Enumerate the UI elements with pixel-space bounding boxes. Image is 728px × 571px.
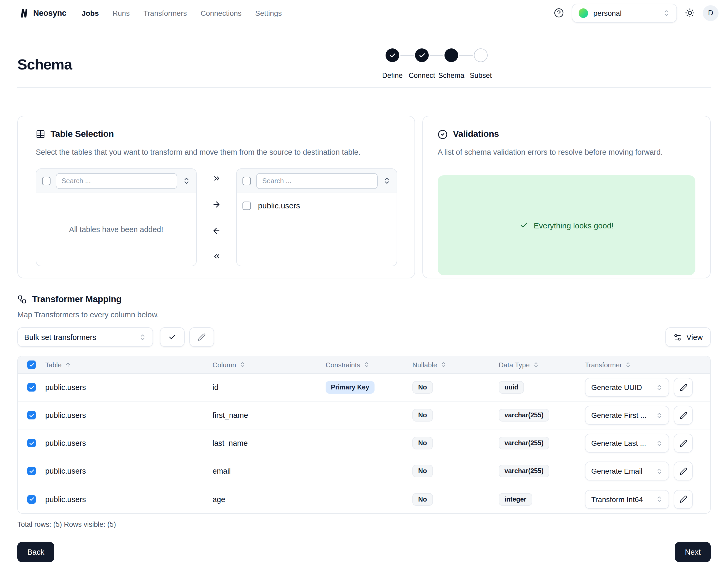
pencil-icon	[679, 439, 687, 447]
cell-transformer: Generate UUID	[585, 378, 710, 397]
account-label: personal	[593, 9, 658, 17]
cell-transformer: Generate Last ...	[585, 434, 710, 453]
column-header-transformer[interactable]: Transformer	[585, 361, 710, 369]
user-avatar[interactable]: D	[703, 5, 719, 21]
chevron-up-down-icon	[656, 412, 663, 419]
move-all-right-button[interactable]	[208, 171, 224, 187]
nav-item-transformers[interactable]: Transformers	[143, 9, 187, 17]
table-row: public.userslast_nameNovarchar(255)Gener…	[18, 430, 710, 457]
mapping-controls: Bulk set transformers	[17, 327, 711, 347]
table-icon	[36, 129, 45, 139]
bulk-set-transformers-select[interactable]: Bulk set transformers	[17, 327, 153, 347]
theme-toggle-button[interactable]	[685, 8, 695, 18]
page-title: Schema	[17, 56, 72, 73]
edit-transformer-button[interactable]	[674, 462, 693, 480]
pencil-icon	[198, 333, 206, 341]
destination-select-all-checkbox[interactable]	[243, 177, 251, 185]
destination-table-item[interactable]: public.users	[237, 197, 397, 215]
check-icon	[168, 333, 176, 341]
transformer-mapping-section: Transformer Mapping Map Transformers to …	[17, 294, 711, 528]
transformer-select[interactable]: Generate First ...	[585, 406, 669, 425]
view-button-label: View	[687, 333, 703, 341]
cell-nullable: No	[412, 437, 499, 449]
cell-column: last_name	[212, 439, 326, 447]
column-header-constraints[interactable]: Constraints	[326, 361, 412, 369]
step-circle-schema[interactable]	[444, 48, 458, 62]
sort-icon	[625, 361, 631, 368]
transformer-select[interactable]: Generate Last ...	[585, 434, 669, 453]
step-circle-subset[interactable]	[474, 48, 487, 62]
transformer-select[interactable]: Generate Email	[585, 462, 669, 480]
row-checkbox[interactable]	[27, 383, 36, 391]
top-navbar: Neosync JobsRunsTransformersConnectionsS…	[0, 0, 728, 26]
nav-item-connections[interactable]: Connections	[201, 9, 242, 17]
table-row: public.usersageNointegerTransform Int64	[18, 485, 710, 513]
bulk-edit-button[interactable]	[189, 327, 214, 347]
nav-item-runs[interactable]: Runs	[113, 9, 130, 17]
cell-column: id	[212, 383, 326, 391]
cell-data-type: varchar(255)	[499, 465, 585, 477]
chevrons-right-icon	[212, 175, 221, 183]
transformer-select[interactable]: Transform Int64	[585, 490, 669, 508]
bulk-apply-button[interactable]	[160, 327, 185, 347]
account-select[interactable]: personal	[572, 3, 677, 22]
nullable-badge: No	[412, 465, 433, 477]
step-circle-define[interactable]	[386, 48, 399, 62]
cell-table: public.users	[45, 383, 212, 391]
pencil-icon	[679, 495, 687, 503]
nav-item-settings[interactable]: Settings	[255, 9, 282, 17]
workflow-icon	[17, 295, 27, 304]
help-button[interactable]	[554, 8, 564, 18]
back-button[interactable]: Back	[17, 542, 54, 562]
data-type-badge: varchar(255)	[499, 437, 549, 449]
edit-transformer-button[interactable]	[674, 490, 693, 508]
edit-transformer-button[interactable]	[674, 378, 693, 397]
check-icon	[520, 221, 528, 230]
column-header-data-type[interactable]: Data Type	[499, 361, 585, 369]
cell-data-type: uuid	[499, 381, 585, 393]
edit-transformer-button[interactable]	[674, 434, 693, 453]
destination-search-input[interactable]	[257, 173, 378, 189]
step-label-subset: Subset	[470, 72, 492, 80]
chevron-up-down-icon	[383, 177, 391, 185]
pencil-icon	[679, 411, 687, 419]
transformer-select[interactable]: Generate UUID	[585, 378, 669, 397]
sort-icon	[239, 361, 246, 368]
move-right-button[interactable]	[208, 197, 224, 213]
sort-icon	[533, 361, 539, 368]
source-sort-button[interactable]	[182, 177, 190, 185]
source-search-input[interactable]	[56, 173, 177, 189]
step-circle-connect[interactable]	[415, 48, 429, 62]
nav-item-jobs[interactable]: Jobs	[82, 9, 99, 17]
move-left-button[interactable]	[208, 223, 224, 238]
bulk-select-label: Bulk set transformers	[24, 333, 139, 341]
table-row-count: Total rows: (5) Rows visible: (5)	[17, 521, 711, 528]
circle-check-icon	[438, 129, 448, 139]
dual-listbox: All tables have been added!	[36, 169, 397, 266]
view-button[interactable]: View	[666, 327, 711, 347]
step-label-define: Define	[382, 72, 403, 80]
chevron-up-down-icon	[656, 468, 663, 474]
move-all-left-button[interactable]	[208, 249, 224, 264]
destination-sort-button[interactable]	[383, 177, 391, 185]
source-select-all-checkbox[interactable]	[42, 177, 50, 185]
row-checkbox[interactable]	[27, 495, 36, 503]
select-all-rows-checkbox[interactable]	[27, 360, 36, 369]
column-header-table[interactable]: Table	[45, 361, 212, 369]
source-panel-header	[36, 169, 196, 194]
table-checkbox[interactable]	[243, 202, 251, 210]
validations-title: Validations	[453, 129, 499, 139]
next-button[interactable]: Next	[675, 542, 711, 562]
brand[interactable]: Neosync	[18, 7, 66, 19]
column-header-column[interactable]: Column	[212, 361, 326, 369]
edit-transformer-button[interactable]	[674, 406, 693, 425]
table-selection-card: Table Selection Select the tables that y…	[17, 116, 415, 278]
mapping-table-header: Table Column Constraints Nullable	[18, 356, 710, 374]
row-checkbox[interactable]	[27, 467, 36, 475]
cell-data-type: varchar(255)	[499, 409, 585, 422]
transformer-select-label: Generate Email	[591, 467, 653, 475]
cell-data-type: integer	[499, 493, 585, 505]
row-checkbox[interactable]	[27, 411, 36, 420]
column-header-nullable[interactable]: Nullable	[412, 361, 499, 369]
row-checkbox[interactable]	[27, 439, 36, 447]
